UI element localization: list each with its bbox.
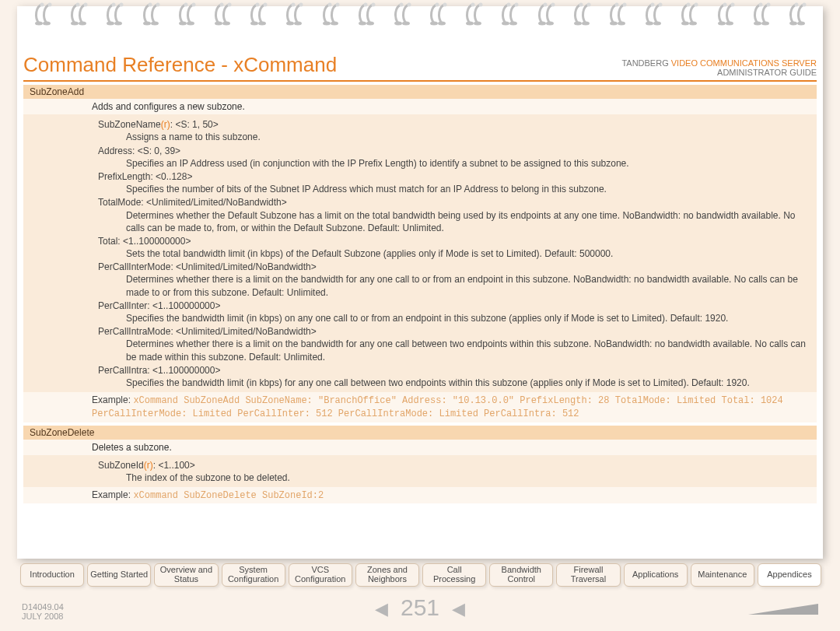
- command-example: Example: xCommand SubZoneAdd SubZoneName…: [23, 392, 817, 422]
- parameter-description: Determines whether there is a limit on t…: [98, 273, 810, 298]
- parameter-signature: Total: <1..100000000>: [98, 235, 810, 247]
- tab-label-2: Status: [174, 575, 198, 584]
- parameter-signature: PerCallIntraMode: <Unlimited/Limited/NoB…: [98, 325, 810, 338]
- command-example: Example: xCommand SubZoneDelete SubZoneI…: [23, 487, 817, 503]
- document-page: Command Reference - xCommand TANDBERG VI…: [17, 6, 823, 559]
- command-block: SubZoneAddAdds and configures a new subz…: [23, 85, 817, 422]
- parameter-signature: SubZoneId(r): <1..100>: [98, 459, 810, 471]
- parameter: PerCallIntra: <1..100000000>Specifies th…: [98, 364, 810, 389]
- parameter-signature: Address: <S: 0, 39>: [98, 145, 810, 157]
- parameter: PerCallInter: <1..100000000>Specifies th…: [98, 300, 810, 324]
- page-number-block: ◀ 251 ◀: [0, 594, 840, 621]
- parameter-description: Specifies the bandwidth limit (in kbps) …: [98, 312, 810, 324]
- parameter-signature: SubZoneName(r): <S: 1, 50>: [98, 118, 810, 131]
- parameter-description: Determines whether there is a limit on t…: [98, 338, 810, 363]
- example-label: Example:: [92, 489, 131, 500]
- brand-block: TANDBERG VIDEO COMMUNICATIONS SERVER ADM…: [621, 58, 817, 77]
- nav-tab[interactable]: FirewallTraversal: [556, 563, 620, 587]
- page-header: Command Reference - xCommand TANDBERG VI…: [23, 53, 817, 82]
- parameter: SubZoneId(r): <1..100>The index of the s…: [98, 459, 810, 484]
- parameter-description: Determines whether the Default Subzone h…: [98, 209, 810, 234]
- parameter-description: The index of the subzone to be deleted.: [98, 471, 810, 484]
- page-corner-widget[interactable]: [748, 604, 818, 615]
- nav-tab[interactable]: Applications: [624, 563, 688, 587]
- parameter-description: Specifies the bandwidth limit (in kbps) …: [98, 377, 810, 389]
- nav-tab[interactable]: Zones andNeighbors: [355, 563, 419, 587]
- nav-tab[interactable]: Appendices: [758, 563, 821, 587]
- parameter-description: Specifies an IP Address used (in conjunc…: [98, 157, 810, 170]
- example-code: xCommand SubZoneAdd SubZoneName: "Branch…: [92, 395, 783, 419]
- brand-subtitle: ADMINISTRATOR GUIDE: [621, 68, 817, 77]
- parameter: PrefixLength: <0..128>Specifies the numb…: [98, 170, 810, 195]
- command-description: Deletes a subzone.: [23, 440, 817, 455]
- page-number: 251: [401, 594, 439, 620]
- prev-page-arrow-2[interactable]: ◀: [452, 599, 465, 619]
- parameter-signature: PrefixLength: <0..128>: [98, 170, 810, 183]
- parameter-description: Assigns a name to this subzone.: [98, 131, 810, 143]
- prev-page-arrow[interactable]: ◀: [375, 599, 388, 619]
- nav-tab[interactable]: Introduction: [20, 563, 84, 587]
- brand-vendor: TANDBERG: [621, 58, 668, 68]
- nav-tab[interactable]: Maintenance: [691, 563, 754, 587]
- required-marker: (r): [161, 119, 170, 130]
- page-content: Command Reference - xCommand TANDBERG VI…: [23, 53, 817, 554]
- parameter: PerCallInterMode: <Unlimited/Limited/NoB…: [98, 261, 810, 299]
- tab-label: Introduction: [30, 570, 74, 580]
- example-label: Example:: [92, 394, 131, 405]
- parameter-description: Sets the total bandwidth limit (in kbps)…: [98, 247, 810, 260]
- nav-tab[interactable]: Overview andStatus: [154, 563, 218, 587]
- nav-tab[interactable]: SystemConfiguration: [222, 563, 285, 587]
- tab-label-2: Traversal: [571, 575, 606, 584]
- parameter: TotalMode: <Unlimited/Limited/NoBandwidt…: [98, 196, 810, 234]
- parameter: Total: <1..100000000>Sets the total band…: [98, 235, 810, 260]
- parameter-signature: TotalMode: <Unlimited/Limited/NoBandwidt…: [98, 196, 810, 209]
- tab-label-2: Configuration: [228, 575, 278, 584]
- tab-label-2: Processing: [433, 575, 475, 584]
- parameter-list: SubZoneId(r): <1..100>The index of the s…: [23, 455, 817, 487]
- command-name: SubZoneDelete: [23, 426, 817, 440]
- parameter-list: SubZoneName(r): <S: 1, 50>Assigns a name…: [23, 114, 817, 392]
- command-name: SubZoneAdd: [23, 85, 817, 99]
- parameter-signature: PerCallInter: <1..100000000>: [98, 300, 810, 312]
- nav-tabs: IntroductionGetting StartedOverview andS…: [20, 563, 821, 587]
- tab-label-2: Configuration: [295, 575, 345, 584]
- parameter: SubZoneName(r): <S: 1, 50>Assigns a name…: [98, 118, 810, 143]
- tab-label: Appendices: [767, 570, 812, 580]
- brand-product: VIDEO COMMUNICATIONS SERVER: [671, 58, 817, 68]
- parameter-signature: PerCallIntra: <1..100000000>: [98, 364, 810, 377]
- tab-label-2: Neighbors: [368, 575, 407, 584]
- nav-tab[interactable]: Getting Started: [87, 563, 151, 587]
- example-code: xCommand SubZoneDelete SubZoneId:2: [133, 490, 324, 501]
- tab-label-2: Control: [508, 575, 535, 584]
- command-list: SubZoneAddAdds and configures a new subz…: [23, 85, 817, 503]
- nav-tab[interactable]: VCSConfiguration: [289, 563, 352, 587]
- tab-label: Applications: [632, 570, 678, 580]
- command-block: SubZoneDeleteDeletes a subzone.SubZoneId…: [23, 426, 817, 504]
- parameter-signature: PerCallInterMode: <Unlimited/Limited/NoB…: [98, 261, 810, 273]
- parameter: Address: <S: 0, 39>Specifies an IP Addre…: [98, 145, 810, 170]
- page-title: Command Reference - xCommand: [23, 53, 337, 77]
- nav-tab[interactable]: CallProcessing: [422, 563, 486, 587]
- command-description: Adds and configures a new subzone.: [23, 99, 817, 114]
- parameter: PerCallIntraMode: <Unlimited/Limited/NoB…: [98, 325, 810, 363]
- parameter-description: Specifies the number of bits of the Subn…: [98, 183, 810, 195]
- required-marker: (r): [144, 460, 153, 471]
- nav-tab[interactable]: BandwidthControl: [489, 563, 553, 587]
- tab-label: Maintenance: [698, 570, 747, 580]
- tab-label: Getting Started: [90, 570, 148, 580]
